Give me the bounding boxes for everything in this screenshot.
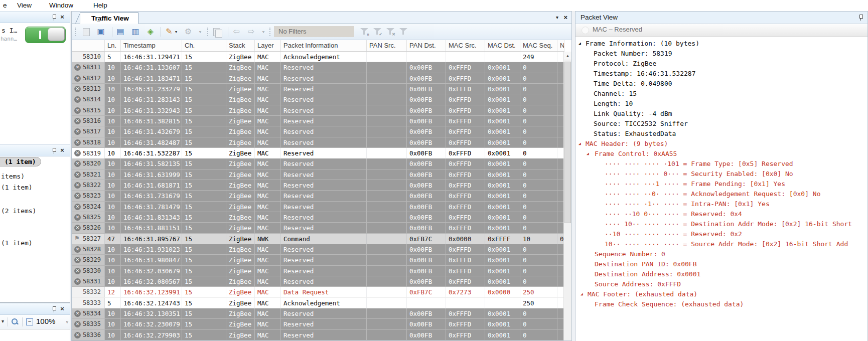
table-row[interactable]: ✕583311016:46:32.08056715ZigBeeMACReserv… <box>72 276 564 287</box>
row-header[interactable]: ✕58314 <box>72 94 105 104</box>
packet-tree-node[interactable]: ··10 ···· ···· ···· = Reserved: 0x2 <box>575 229 867 239</box>
table-row[interactable]: 58333516:46:32.12474315ZigBeeMACAcknowle… <box>72 298 564 308</box>
row-header[interactable]: ✕58315 <box>72 105 105 115</box>
column-header-Stack[interactable]: Stack <box>226 40 255 51</box>
column-header-MAC Src.[interactable]: MAC Src. <box>446 40 485 51</box>
tab-traffic-view[interactable]: Traffic View <box>80 12 138 24</box>
row-header[interactable]: ✕58329 <box>72 255 105 265</box>
capture-toggle[interactable] <box>25 27 66 43</box>
table-row[interactable]: ✕583341016:46:32.13035115ZigBeeMACReserv… <box>72 308 564 319</box>
filter-plain-icon[interactable] <box>399 28 407 36</box>
packet-tree-node[interactable]: ···· ···· ···1 ···· = Frame Pending: [0x… <box>575 179 867 189</box>
table-row[interactable]: ✕583241016:46:31.78147915ZigBeeMACReserv… <box>72 202 564 212</box>
column-header-PAN Src.[interactable]: PAN Src. <box>367 40 407 51</box>
filter-x-icon[interactable]: ✕ <box>386 28 394 36</box>
packet-tree-node[interactable]: Source: TICC2532 Sniffer <box>575 119 867 129</box>
packet-tree-node[interactable]: Time Delta: 0.049800 <box>575 79 867 89</box>
menu-item-e[interactable]: e <box>1 0 9 11</box>
packet-tree-node[interactable]: ···· ···· ··0· ···· = Acknowledgement Re… <box>575 189 867 199</box>
capture-lock-icon[interactable]: ▥ <box>130 27 140 37</box>
packet-tree-node[interactable]: Channel: 15 <box>575 89 867 99</box>
table-row[interactable]: ✕583131016:46:31.23327915ZigBeeMACReserv… <box>72 84 564 94</box>
column-header-Ch.[interactable]: Ch. <box>182 40 226 51</box>
table-row[interactable]: ✕583181016:46:31.48248715ZigBeeMACReserv… <box>72 137 564 148</box>
filter-box[interactable]: No Filters <box>274 26 354 37</box>
expander-icon[interactable]: ◢ <box>587 149 589 159</box>
save-icon[interactable]: ▣ <box>96 27 106 37</box>
packet-tree-node[interactable]: ···· ···· ·1·· ···· = Intra-PAN: [0x1] Y… <box>575 199 867 209</box>
toolbar-grip[interactable] <box>75 28 77 36</box>
close-icon[interactable]: × <box>59 14 66 21</box>
column-header-icon[interactable] <box>72 40 105 51</box>
column-header-Layer[interactable]: Layer <box>255 40 281 51</box>
overflow-arrow-icon[interactable]: ▿ <box>262 30 264 34</box>
expander-icon[interactable]: ◢ <box>581 289 583 299</box>
table-row[interactable]: ✕583111016:46:31.13360715ZigBeeMACReserv… <box>72 62 564 73</box>
export-icon[interactable]: ⇨ <box>246 27 256 37</box>
scrollbar-thumb[interactable] <box>564 62 571 223</box>
close-icon[interactable]: × <box>563 14 567 21</box>
row-header[interactable]: 58310 <box>72 52 105 62</box>
row-header[interactable]: ✕58336 <box>72 330 105 340</box>
row-header[interactable]: ✕58322 <box>72 180 105 190</box>
row-header[interactable]: ✕58319 <box>72 148 105 158</box>
row-header[interactable]: 58333 <box>72 298 105 308</box>
row-header[interactable]: ✕58323 <box>72 191 105 201</box>
close-icon[interactable]: × <box>59 147 66 154</box>
table-row[interactable]: 583321216:46:32.12399115ZigBeeMACData Re… <box>72 287 564 297</box>
table-row[interactable]: ✕583301016:46:32.03067915ZigBeeMACReserv… <box>72 266 564 276</box>
menu-item-help[interactable]: Help <box>91 0 109 11</box>
column-header-MAC Dst.[interactable]: MAC Dst. <box>485 40 520 51</box>
menu-item-view[interactable]: View <box>15 0 34 11</box>
row-header[interactable]: ✕58325 <box>72 212 105 222</box>
table-row[interactable]: ✕583151016:46:31.33294315ZigBeeMACReserv… <box>72 105 564 116</box>
row-header[interactable]: ✕58334 <box>72 308 105 318</box>
table-row[interactable]: ✕583221016:46:31.68187115ZigBeeMACReserv… <box>72 180 564 191</box>
tree-item[interactable]: (1 item) <box>1 184 33 191</box>
row-header[interactable]: ✕58317 <box>72 126 105 136</box>
vertical-scrollbar[interactable]: ▲ <box>563 52 571 340</box>
row-header[interactable]: ✕58324 <box>72 202 105 212</box>
row-header[interactable]: ✕58326 <box>72 223 105 233</box>
row-header[interactable]: ✕58335 <box>72 319 105 329</box>
packet-tree-node[interactable]: ···· ···· ···· 0··· = Security Enabled: … <box>575 169 867 179</box>
table-row[interactable]: ✕583291016:46:31.98084715ZigBeeMACReserv… <box>72 255 564 265</box>
dropdown-arrow-icon[interactable]: ▾ <box>2 318 4 324</box>
table-row[interactable]: ✕583161016:46:31.38281515ZigBeeMACReserv… <box>72 116 564 126</box>
toolbar-grip[interactable] <box>269 28 271 36</box>
column-header-NW[interactable]: NW <box>557 40 564 51</box>
menu-item-window[interactable]: Window <box>47 0 75 11</box>
row-header[interactable]: ✕58328 <box>72 244 105 254</box>
packet-tree-node[interactable]: Sequence Number: 0 <box>575 249 867 259</box>
tree-item[interactable]: (1 item) <box>0 157 41 166</box>
row-header[interactable]: ✕58318 <box>72 137 105 147</box>
packet-tree-node[interactable]: ◢MAC Footer: (exhausted data) <box>575 289 867 299</box>
table-row[interactable]: ✕583281016:46:31.93102315ZigBeeMACReserv… <box>72 244 564 255</box>
packet-tree-node[interactable]: Packet Number: 58319 <box>575 49 867 59</box>
packet-tree-node[interactable]: ◢Frame Control: 0xAA55 <box>575 149 867 159</box>
column-header-MAC Seq.[interactable]: MAC Seq. <box>520 40 557 51</box>
table-row[interactable]: ✕583211016:46:31.63199915ZigBeeMACReserv… <box>72 169 564 180</box>
packet-tree-node[interactable]: ···· ··10 0··· ···· = Reserved: 0x4 <box>575 209 867 219</box>
table-row[interactable]: ✕583171016:46:31.43267915ZigBeeMACReserv… <box>72 126 564 137</box>
pin-icon[interactable] <box>52 14 57 21</box>
close-icon[interactable]: × <box>59 305 66 312</box>
table-row[interactable]: ✕583141016:46:31.28314315ZigBeeMACReserv… <box>72 94 564 105</box>
packet-tree-node[interactable]: Protocol: ZigBee <box>575 59 867 69</box>
import-icon[interactable]: ⇦ <box>231 27 241 37</box>
corner-icon[interactable]: ◢ <box>97 18 100 22</box>
settings-gear-icon[interactable]: ⚙ <box>183 27 193 37</box>
column-header-Timestamp[interactable]: Timestamp <box>121 40 182 51</box>
pin-icon[interactable] <box>52 306 57 312</box>
table-row[interactable]: 58310516:46:31.12947115ZigBeeMACAcknowle… <box>72 52 564 62</box>
packet-tree-node[interactable]: 10·· ···· ···· ···· = Source Addr Mode: … <box>575 239 867 249</box>
column-header-Packet Information[interactable]: Packet Information <box>281 40 367 51</box>
overflow-arrow-icon[interactable]: ▿ <box>66 319 68 324</box>
packet-tree-node[interactable]: ◢Frame Information: (10 bytes) <box>575 39 867 49</box>
table-row[interactable]: ✕583261016:46:31.88115115ZigBeeMACReserv… <box>72 223 564 233</box>
zoom-out-icon[interactable]: − <box>26 318 33 325</box>
tree-item[interactable]: (2 items) <box>1 207 36 215</box>
tab-menu-icon[interactable]: ▾ <box>556 15 558 20</box>
row-header[interactable]: ✕58320 <box>72 158 105 168</box>
expander-icon[interactable]: ◢ <box>578 139 581 149</box>
